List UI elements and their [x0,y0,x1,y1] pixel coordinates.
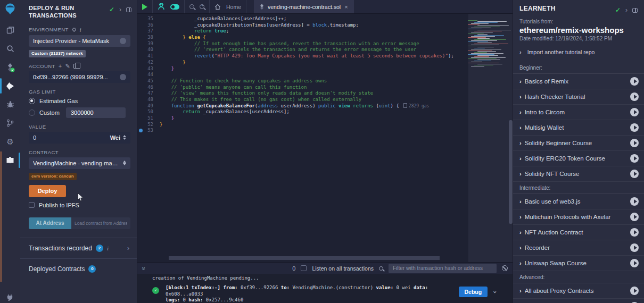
play-tutorial-icon[interactable] [630,139,639,147]
git-icon[interactable] [0,114,20,132]
code-line[interactable]: 43 } [137,66,468,72]
zoom-in-icon[interactable]: + [200,4,204,9]
play-tutorial-icon[interactable] [630,170,639,178]
line-number[interactable]: 47 [137,90,153,97]
pin-panel-icon[interactable] [126,7,131,12]
play-tutorial-icon[interactable] [630,228,639,237]
line-number[interactable]: 46 [137,85,153,91]
code-line[interactable]: 35 _cupcakeBalances[userAddress]++; [137,16,468,22]
tutorial-item[interactable]: ›Basics of Remix [513,74,644,89]
deploy-run-icon[interactable] [0,77,20,95]
code-line[interactable]: 51 } [137,115,468,122]
debugger-icon[interactable] [0,95,20,114]
line-number[interactable]: 40 [137,47,153,53]
line-number[interactable]: 48 [137,97,153,103]
chevron-right-icon[interactable]: › [127,245,129,251]
chevron-right-icon[interactable]: › [519,245,522,251]
info-icon[interactable]: i [80,27,81,33]
publish-ipfs-checkbox[interactable] [29,202,35,208]
add-account-icon[interactable]: + [59,63,62,69]
code-line[interactable]: 46 // 'public' means anyone can call thi… [137,85,468,91]
account-select[interactable]: 0xf39...92266 (9999.99929... [29,71,130,83]
custom-gas-radio[interactable] [29,110,35,116]
code-line[interactable]: 42 } [137,60,468,66]
line-number[interactable]: 44 [137,72,153,78]
import-repo-row[interactable]: › Import another tutorial repo [519,49,638,55]
filter-input[interactable] [389,264,497,273]
edit-icon[interactable]: ✎ [65,63,71,69]
chevron-right-icon[interactable]: › [519,140,522,146]
line-number[interactable]: 45 [137,78,153,85]
tutorial-item[interactable]: ›Uniswap Swap Course [513,256,644,271]
chevron-right-icon[interactable]: › [119,6,121,13]
play-tutorial-icon[interactable] [630,92,639,101]
ai-copilot-toggle[interactable] [170,4,179,10]
settings-icon[interactable]: ⚙ [0,132,20,151]
tutorial-item[interactable]: ›Basic use of web3.js [513,194,644,209]
zoom-out-icon[interactable]: – [189,4,194,9]
code-line[interactable]: 38 } else { [137,35,468,41]
line-number[interactable]: 37 [137,28,153,35]
play-tutorial-icon[interactable] [630,108,639,116]
tutorial-item[interactable]: ›Solidity NFT Course [513,166,644,182]
deploy-button[interactable]: Deploy [29,185,66,197]
play-tutorial-icon[interactable] [630,259,639,267]
code-line[interactable]: 52} [137,122,468,128]
line-number[interactable]: 38 [137,35,153,41]
rail-scrollbar[interactable] [0,152,2,282]
clear-console-icon[interactable] [502,265,508,271]
collapse-terminal-icon[interactable]: » [141,266,147,270]
tutorial-item[interactable]: ›Multichain Protocols with Axelar [513,209,644,225]
file-explorer-icon[interactable] [0,21,20,39]
chevron-right-icon[interactable]: › [519,171,522,177]
chevron-right-icon[interactable]: › [519,78,522,85]
debug-button[interactable]: Debug [459,287,488,297]
vertical-scrollbar[interactable] [509,120,513,224]
tutorial-item[interactable]: ›Solidity ERC20 Token Course [513,151,644,166]
play-tutorial-icon[interactable] [630,154,639,163]
tutorial-item[interactable]: ›Intro to Circom [513,105,644,120]
line-number[interactable]: 43 [137,66,153,72]
play-tutorial-icon[interactable] [630,213,639,221]
value-input[interactable]: 0 [33,134,110,141]
remixai-assistant-icon[interactable] [158,3,165,11]
horizontal-scrollbar[interactable] [169,256,440,260]
line-number[interactable]: 51 [137,115,153,122]
at-address-button[interactable]: At Address [29,217,71,229]
tutorial-item[interactable]: ›Multisig Wallet [513,120,644,136]
play-tutorial-icon[interactable] [630,197,639,206]
line-number[interactable]: 36 [137,22,153,29]
contract-select[interactable]: VendingMachine - vending-machin [29,157,130,169]
code-line[interactable]: 45 // Function to check how many cupcake… [137,78,468,85]
copy-icon[interactable] [73,64,78,69]
code-line[interactable]: 49 function getCupcakeBalanceFor(address… [137,103,468,110]
environment-select[interactable]: Injected Provider - MetaMask [29,35,130,47]
code-line[interactable]: 37 return true; [137,28,468,35]
chevron-right-icon[interactable]: › [519,229,522,235]
tutorial-item[interactable]: ›Hash Checker Tutorial [513,89,644,105]
line-number[interactable]: 42 [137,60,153,66]
tutorial-item[interactable]: ›All about Proxy Contracts [513,283,644,299]
search-icon[interactable] [0,39,20,58]
code-line[interactable]: 48 // This makes it free to call (no gas… [137,97,468,103]
learneth-icon[interactable] [0,151,20,170]
chevron-right-icon[interactable]: › [519,124,522,131]
line-number[interactable]: 35 [137,16,153,22]
estimated-gas-radio[interactable] [29,98,35,104]
home-tab[interactable]: Home [210,0,246,13]
line-number[interactable]: 41 [137,53,153,60]
pin-panel-icon[interactable] [632,8,638,13]
tutorial-item[interactable]: ›Recorder [513,240,644,256]
minimap[interactable] [468,20,509,68]
unit-stepper-icon[interactable] [123,135,126,140]
line-number[interactable]: 39 [137,41,153,47]
deployed-contracts-row[interactable]: Deployed Contracts 0 [20,259,137,279]
chevron-right-icon[interactable]: › [519,288,522,294]
info-icon[interactable]: i [107,245,109,251]
transactions-recorded-row[interactable]: Transactions recorded 2 i › [20,238,137,259]
plug-icon[interactable] [72,27,77,32]
tutorial-item[interactable]: ›Deploy with Libraries [513,299,644,303]
listen-checkbox[interactable] [301,265,307,271]
code-line[interactable]: 39 // If not enough time has passed, rev… [137,41,468,47]
chevron-right-icon[interactable]: › [519,260,522,266]
